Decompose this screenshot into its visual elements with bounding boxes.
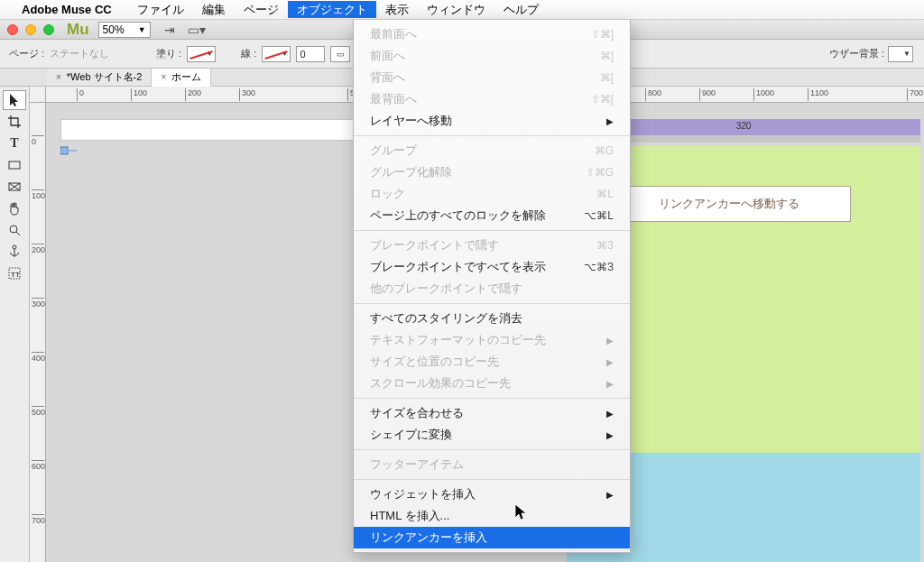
menu-item-レイヤーへ移動[interactable]: レイヤーへ移動▶	[354, 110, 630, 132]
submenu-arrow-icon: ▶	[606, 490, 614, 500]
menu-item-サイズと位置のコピー先: サイズと位置のコピー先▶	[354, 351, 630, 373]
menu-item-HTML を挿入...[interactable]: HTML を挿入...	[354, 505, 630, 527]
toolbox: T TT	[0, 87, 30, 562]
menu-item-グループ: グループ⌘G	[354, 140, 630, 161]
page-label: ページ :	[9, 47, 44, 60]
submenu-arrow-icon: ▶	[606, 409, 614, 419]
stroke-swatch[interactable]: ▼	[262, 46, 291, 62]
svg-point-2	[10, 226, 17, 233]
chevron-down-icon: ▼	[138, 25, 146, 34]
anchor-handle-icon[interactable]	[60, 144, 79, 161]
menu-ファイル[interactable]: ファイル	[128, 1, 193, 18]
submenu-arrow-icon: ▶	[606, 116, 614, 126]
traffic-lights	[7, 24, 54, 35]
browser-bg-swatch[interactable]: ▼	[888, 46, 913, 62]
anchor-tool[interactable]	[3, 242, 26, 262]
close-icon[interactable]	[7, 24, 18, 35]
hand-tool[interactable]	[3, 198, 26, 218]
stroke-align[interactable]: ▭	[330, 46, 350, 62]
ruler-tick: 0	[77, 88, 84, 101]
ruler-tick: 900	[699, 88, 716, 101]
menu-オブジェクト[interactable]: オブジェクト	[288, 1, 376, 18]
menu-separator	[354, 449, 630, 450]
rectangle-tool[interactable]	[3, 155, 26, 175]
ruler-tick: 600	[32, 460, 44, 471]
menu-item-背面へ: 背面へ⌘[	[354, 67, 630, 88]
menu-separator	[354, 230, 630, 231]
ruler-tick: 200	[32, 244, 44, 254]
menu-item-ブレークポイントですべてを表示[interactable]: ブレークポイントですべてを表示⌥⌘3	[354, 256, 630, 278]
tab-label: *Web サイト名-2	[67, 70, 143, 84]
ruler-tick: 700	[907, 88, 923, 101]
mu-logo: Mu	[67, 21, 89, 39]
submenu-arrow-icon: ▶	[606, 430, 614, 440]
crop-tool[interactable]	[3, 112, 26, 132]
ruler-tick: 100	[131, 88, 147, 101]
menu-item-スクロール効果のコピー先: スクロール効果のコピー先▶	[354, 373, 630, 394]
menu-item-シェイプに変換[interactable]: シェイプに変換▶	[354, 424, 630, 446]
menu-表示[interactable]: 表示	[376, 1, 418, 18]
preview-icon[interactable]: ▭▾	[187, 22, 207, 38]
menu-item-グループ化解除: グループ化解除⇧⌘G	[354, 161, 630, 183]
menu-item-サイズを合わせる[interactable]: サイズを合わせる▶	[354, 402, 630, 424]
menu-item-最背面へ: 最背面へ⇧⌘[	[354, 88, 630, 110]
menu-separator	[354, 135, 630, 136]
menu-separator	[354, 398, 630, 399]
menu-separator	[354, 303, 630, 304]
svg-rect-0	[9, 161, 20, 169]
tab-label: ホーム	[171, 70, 201, 84]
menu-ページ[interactable]: ページ	[235, 1, 288, 18]
zoom-value: 50%	[103, 23, 125, 36]
minimize-icon[interactable]	[25, 24, 36, 35]
menu-item-ロック: ロック⌘L	[354, 183, 630, 205]
text-frame-tool[interactable]: TT	[3, 263, 26, 283]
ruler-corner	[30, 87, 46, 103]
close-icon[interactable]: ×	[161, 72, 166, 82]
fill-swatch[interactable]: ▼	[187, 46, 216, 62]
os-menubar: Adobe Muse CC ファイル編集ページオブジェクト表示ウィンドウヘルプ	[0, 0, 924, 20]
page-state-value: ステートなし	[50, 47, 109, 60]
ruler-tick: 300	[239, 88, 255, 101]
submenu-arrow-icon: ▶	[606, 379, 614, 389]
text-tool[interactable]: T	[3, 134, 26, 153]
selection-tool[interactable]	[3, 90, 26, 110]
ruler-tick: 1000	[753, 88, 774, 101]
breakpoint-label: 320	[736, 121, 752, 131]
chrome-icons: ⇥ ▭▾	[160, 22, 207, 38]
browser-bg-label: ウザー背景 :	[829, 47, 884, 60]
zoom-select[interactable]: 50% ▼	[98, 22, 151, 38]
stroke-width-input[interactable]: 0	[296, 46, 325, 62]
menu-item-ページ上のすべてのロックを解除[interactable]: ページ上のすべてのロックを解除⌥⌘L	[354, 205, 630, 226]
ruler-vertical: 0100200300400500600700	[30, 103, 46, 562]
menu-ヘルプ[interactable]: ヘルプ	[494, 1, 548, 18]
maximize-icon[interactable]	[43, 24, 54, 35]
menu-item-ウィジェットを挿入[interactable]: ウィジェットを挿入▶	[354, 484, 630, 505]
menu-ウィンドウ[interactable]: ウィンドウ	[418, 1, 494, 18]
menu-item-テキストフォーマットのコピー先: テキストフォーマットのコピー先▶	[354, 329, 630, 351]
ruler-tick: 700	[32, 514, 44, 525]
menu-item-ブレークポイントで隠す: ブレークポイントで隠す⌘3	[354, 235, 630, 256]
ruler-tick: 0	[32, 135, 44, 146]
fill-label: 塗り :	[156, 47, 181, 60]
close-icon[interactable]: ×	[56, 72, 61, 82]
menu-編集[interactable]: 編集	[193, 1, 235, 18]
submenu-arrow-icon: ▶	[606, 336, 614, 345]
svg-rect-6	[60, 147, 68, 154]
menu-item-前面へ: 前面へ⌘]	[354, 45, 630, 67]
publish-icon[interactable]: ⇥	[160, 22, 180, 38]
menu-item-フッターアイテム: フッターアイテム	[354, 454, 630, 475]
ruler-tick: 300	[32, 298, 44, 309]
zoom-tool[interactable]	[3, 220, 26, 240]
menu-item-すべてのスタイリングを消去[interactable]: すべてのスタイリングを消去	[354, 308, 630, 329]
tab-website-2[interactable]: × *Web サイト名-2	[47, 69, 152, 86]
ruler-tick: 400	[32, 352, 44, 363]
tab-home[interactable]: × ホーム	[152, 69, 211, 87]
submenu-arrow-icon: ▶	[606, 357, 614, 367]
menu-separator	[354, 479, 630, 480]
ruler-tick: 500	[32, 406, 44, 417]
link-anchor-box[interactable]: リンクアンカーへ移動する	[607, 186, 851, 222]
menu-item-リンクアンカーを挿入[interactable]: リンクアンカーを挿入	[354, 527, 630, 548]
frame-tool[interactable]	[3, 177, 26, 197]
ruler-tick: 100	[32, 189, 44, 200]
ruler-tick: 800	[645, 88, 661, 101]
